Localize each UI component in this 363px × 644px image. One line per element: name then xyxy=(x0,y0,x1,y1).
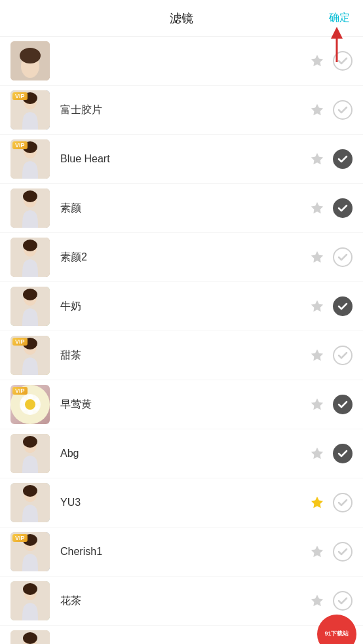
check-icon-inactive[interactable] xyxy=(333,247,353,267)
filter-name: Cherish1 xyxy=(60,546,308,558)
filter-item[interactable]: 白茶 xyxy=(0,626,363,644)
filter-thumbnail xyxy=(10,483,50,522)
page-title: 滤镜 xyxy=(170,10,193,26)
filter-thumbnail: VIP xyxy=(10,385,50,424)
star-icon[interactable] xyxy=(308,199,326,217)
filter-name: 素颜2 xyxy=(60,251,308,264)
svg-point-16 xyxy=(23,240,37,251)
star-icon[interactable] xyxy=(308,444,326,463)
vip-badge: VIP xyxy=(12,534,28,542)
check-icon-inactive[interactable] xyxy=(333,493,353,512)
star-icon[interactable] xyxy=(308,101,326,119)
check-icon-active[interactable] xyxy=(333,149,353,169)
svg-point-30 xyxy=(25,399,35,410)
filter-thumbnail: VIP xyxy=(10,90,50,130)
filter-thumbnail xyxy=(10,434,50,473)
filter-name: YU3 xyxy=(60,497,308,509)
filter-item[interactable]: VIP早莺黄 xyxy=(0,380,363,429)
filter-item[interactable]: 素颜2 xyxy=(0,233,363,282)
filter-name: 牛奶 xyxy=(60,300,308,313)
filter-name: Blue Heart xyxy=(60,153,308,165)
filter-item[interactable]: YU3 xyxy=(0,478,363,528)
filter-thumbnail xyxy=(10,188,50,228)
filter-item[interactable] xyxy=(0,37,363,86)
filter-thumbnail: VIP xyxy=(10,336,50,375)
check-icon-active[interactable] xyxy=(333,395,353,414)
filter-name: 花茶 xyxy=(60,594,308,608)
star-icon[interactable] xyxy=(308,543,326,561)
check-icon-inactive[interactable] xyxy=(333,591,353,611)
svg-point-36 xyxy=(23,485,37,497)
filter-item[interactable]: VIPBlue Heart xyxy=(0,135,363,184)
check-icon-active[interactable] xyxy=(333,444,353,463)
check-icon-inactive[interactable] xyxy=(333,100,353,120)
svg-point-33 xyxy=(23,436,37,448)
star-icon[interactable] xyxy=(308,493,326,512)
filter-thumbnail: VIP xyxy=(10,139,50,179)
filter-item[interactable]: VIP甜茶 xyxy=(0,331,363,380)
star-icon[interactable] xyxy=(308,150,326,168)
star-icon[interactable] xyxy=(308,592,326,610)
header: 滤镜 确定 xyxy=(0,0,363,37)
svg-point-19 xyxy=(23,289,37,300)
check-icon-inactive[interactable] xyxy=(333,51,353,71)
svg-point-13 xyxy=(23,190,37,202)
filter-thumbnail xyxy=(10,238,50,277)
watermark-line1: 91下载站 xyxy=(324,630,349,638)
svg-point-45 xyxy=(23,632,37,644)
page-container: 滤镜 确定 VIP富士胶片 VIPBlue Heart 素颜 素颜2 xyxy=(0,0,363,644)
star-icon[interactable] xyxy=(308,395,326,414)
filter-thumbnail xyxy=(10,41,50,80)
watermark: 91下载站 91xz.net xyxy=(317,615,356,644)
star-icon[interactable] xyxy=(308,52,326,70)
filter-name: 甜茶 xyxy=(60,349,308,363)
filter-item[interactable]: Abg xyxy=(0,429,363,478)
filter-item[interactable]: 花茶 xyxy=(0,577,363,626)
filter-name: 富士胶片 xyxy=(60,103,308,117)
filter-thumbnail xyxy=(10,287,50,326)
filter-name: Abg xyxy=(60,448,308,459)
check-icon-inactive[interactable] xyxy=(333,346,353,365)
filter-item[interactable]: VIP富士胶片 xyxy=(0,86,363,135)
filter-name: 早莺黄 xyxy=(60,398,308,412)
filter-item[interactable]: 牛奶 xyxy=(0,282,363,331)
star-icon[interactable] xyxy=(308,248,326,266)
filter-thumbnail: VIP xyxy=(10,532,50,571)
filter-thumbnail xyxy=(10,630,50,644)
filter-item[interactable]: 素颜 xyxy=(0,184,363,233)
check-icon-active[interactable] xyxy=(333,198,353,218)
vip-badge: VIP xyxy=(12,141,28,149)
check-icon-inactive[interactable] xyxy=(333,542,353,562)
star-icon[interactable] xyxy=(308,297,326,315)
check-icon-active[interactable] xyxy=(333,296,353,316)
svg-point-4 xyxy=(20,48,41,63)
vip-badge: VIP xyxy=(12,387,28,395)
vip-badge: VIP xyxy=(12,338,28,346)
star-icon[interactable] xyxy=(308,346,326,365)
filter-list: VIP富士胶片 VIPBlue Heart 素颜 素颜2 牛奶 VIP甜茶 VI… xyxy=(0,37,363,644)
vip-badge: VIP xyxy=(12,92,28,100)
filter-name: 素颜 xyxy=(60,202,308,215)
confirm-button[interactable]: 确定 xyxy=(329,11,350,25)
filter-thumbnail xyxy=(10,581,50,620)
filter-item[interactable]: VIPCherish1 xyxy=(0,528,363,577)
svg-point-42 xyxy=(23,583,37,595)
